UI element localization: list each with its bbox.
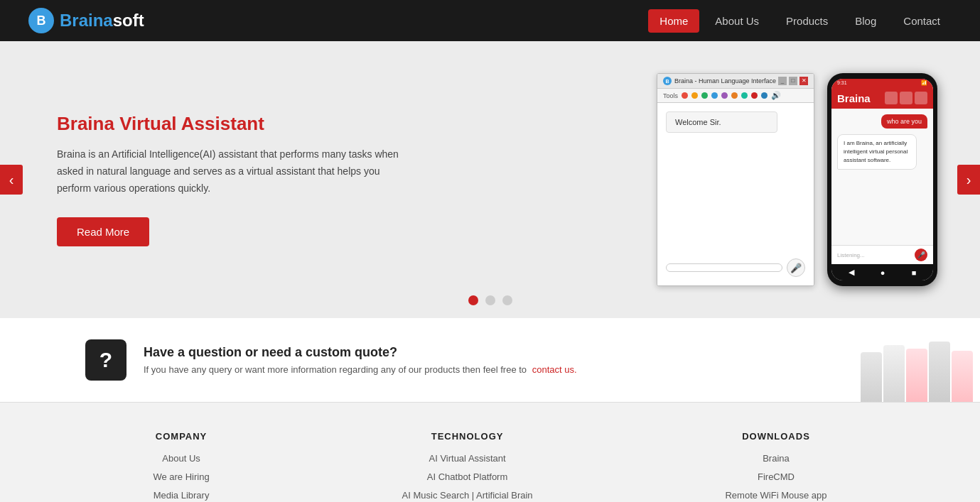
brand-icon: B	[28, 8, 54, 33]
footer-company-link-1: About Us	[153, 452, 209, 464]
footer-tech-link-1: AI Virtual Assistant	[402, 452, 533, 464]
footer-downloads-heading: DOWNLOADS	[725, 431, 826, 442]
carousel-next-button[interactable]: ›	[957, 165, 980, 195]
desktop-mockup: B Braina - Human Language Interface _ □ …	[657, 73, 814, 286]
hero-content: Braina Virtual Assistant Braina is an Ar…	[0, 77, 470, 281]
hero-section: ‹ Braina Virtual Assistant Braina is an …	[0, 41, 980, 318]
footer-company-heading: COMPANY	[153, 431, 209, 442]
footer-company-link-3: Media Library	[153, 489, 209, 501]
phone-navbar: ◀ ● ■	[831, 264, 933, 280]
nav-links: Home About Us Products Blog Contact	[648, 9, 952, 33]
desktop-chat-input[interactable]	[666, 263, 782, 272]
phone-msg-out: who are you	[881, 114, 927, 129]
desktop-input-row: 🎤	[666, 258, 805, 277]
carousel-dots	[468, 295, 512, 305]
carousel-prev-button[interactable]: ‹	[0, 165, 23, 195]
phone-header: Braina	[831, 87, 933, 109]
nav-blog[interactable]: Blog	[844, 9, 888, 33]
nav-home[interactable]: Home	[648, 9, 699, 33]
phone-input-area: Listening... 🎤	[831, 245, 933, 264]
carousel-dot-2[interactable]	[485, 295, 495, 305]
desktop-toolbar: Tools 🔊	[657, 89, 814, 103]
footer-technology-col: TECHNOLOGY AI Virtual Assistant AI Chatb…	[402, 431, 533, 502]
footer-download-link-1: Braina	[725, 452, 826, 464]
people-illustration	[838, 318, 980, 402]
read-more-button[interactable]: Read More	[57, 217, 149, 246]
question-icon-box: ?	[85, 339, 126, 381]
hero-description: Braina is an Artificial Intelligence(AI)…	[57, 146, 414, 197]
desktop-title: Braina - Human Language Interface	[674, 77, 776, 84]
phone-chat-body: who are you I am Braina, an artificially…	[831, 109, 933, 245]
footer-company-col: COMPANY About Us We are Hiring Media Lib…	[153, 431, 209, 502]
footer-download-link-2: FireCMD	[725, 470, 826, 483]
footer-technology-heading: TECHNOLOGY	[402, 431, 533, 442]
nav-about[interactable]: About Us	[704, 9, 770, 33]
footer-tech-link-3: AI Music Search | Artificial Brain	[402, 489, 533, 501]
quote-description: If you have any query or want more infor…	[144, 364, 577, 375]
desktop-chat-area: Welcome Sir. 🎤	[657, 103, 814, 285]
footer-download-link-3: Remote WiFi Mouse app	[725, 489, 826, 501]
contact-link[interactable]: contact us.	[532, 364, 577, 375]
mic-icon[interactable]: 🎤	[787, 258, 805, 277]
nav-products[interactable]: Products	[775, 9, 839, 33]
carousel-dot-3[interactable]	[502, 295, 512, 305]
footer: COMPANY About Us We are Hiring Media Lib…	[0, 402, 980, 502]
brand-name: Brainasoft	[60, 11, 144, 31]
phone-brand-name: Braina	[837, 92, 871, 104]
navbar: B Brainasoft Home About Us Products Blog…	[0, 0, 980, 41]
nav-contact[interactable]: Contact	[892, 9, 952, 33]
brand-logo[interactable]: B Brainasoft	[28, 8, 144, 33]
hero-title: Braina Virtual Assistant	[57, 113, 414, 135]
footer-downloads-col: DOWNLOADS Braina FireCMD Remote WiFi Mou…	[725, 431, 826, 502]
footer-tech-link-2: AI Chatbot Platform	[402, 470, 533, 483]
quote-title: Have a question or need a custom quote?	[144, 345, 577, 360]
phone-screen: 9:31 📶 Braina who are you I am Braina, a…	[831, 79, 933, 280]
phone-msg-in: I am Braina, an artificially intelligent…	[837, 134, 917, 170]
phone-mic-btn[interactable]: 🎤	[915, 249, 927, 261]
hero-images: B Braina - Human Language Interface _ □ …	[657, 73, 937, 286]
footer-company-link-2: We are Hiring	[153, 470, 209, 483]
phone-statusbar: 9:31 📶	[831, 79, 933, 87]
desktop-titlebar: B Braina - Human Language Interface _ □ …	[657, 74, 814, 89]
phone-mockup: 9:31 📶 Braina who are you I am Braina, a…	[827, 73, 937, 286]
desktop-welcome-bubble: Welcome Sir.	[666, 111, 777, 133]
quote-section: ? Have a question or need a custom quote…	[0, 318, 980, 402]
quote-text-content: Have a question or need a custom quote? …	[144, 345, 577, 375]
carousel-dot-1[interactable]	[468, 295, 478, 305]
